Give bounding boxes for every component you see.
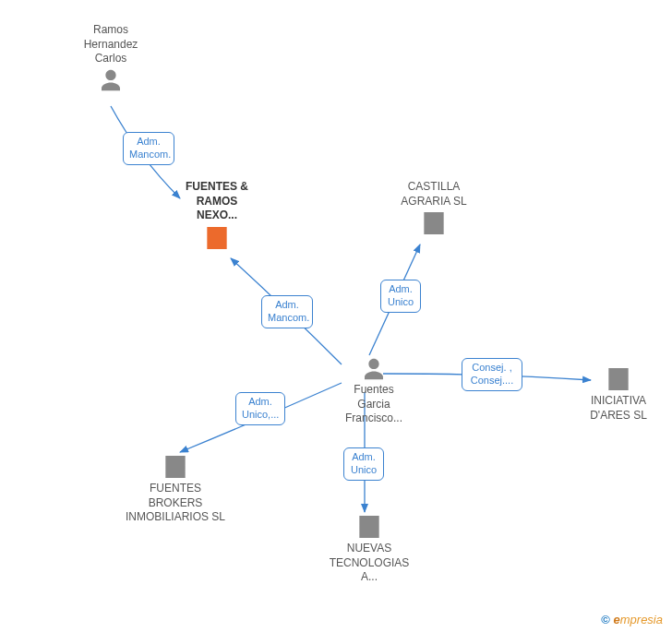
edge-label-adm-mancom-1: Adm. Mancom. <box>123 132 174 165</box>
building-icon <box>202 223 232 253</box>
node-company-fuentes-ramos-nexo[interactable]: FUENTES & RAMOS NEXO... <box>166 180 268 253</box>
node-company-nuevas[interactable]: NUEVAS TECNOLOGIAS A... <box>314 512 425 585</box>
node-company-fuentes-brokers[interactable]: FUENTES BROKERS INMOBILIARIOS SL <box>106 452 245 525</box>
copyright-symbol: © <box>601 613 610 626</box>
brand-name: empresia <box>614 613 663 626</box>
node-label: CASTILLA AGRARIA SL <box>383 180 485 209</box>
person-icon <box>360 355 388 383</box>
node-person-fuentes[interactable]: Fuentes Garcia Francisco... <box>328 355 420 426</box>
node-label: NUEVAS TECNOLOGIAS A... <box>314 542 425 585</box>
node-label: INICIATIVA D'ARES SL <box>572 394 665 423</box>
node-label: FUENTES BROKERS INMOBILIARIOS SL <box>106 482 245 525</box>
node-company-castilla[interactable]: CASTILLA AGRARIA SL <box>383 180 485 238</box>
building-icon <box>161 452 190 482</box>
node-label: FUENTES & RAMOS NEXO... <box>166 180 268 223</box>
edge-label-adm-mancom-2: Adm. Mancom. <box>261 295 313 328</box>
building-icon <box>419 209 449 238</box>
person-icon <box>97 66 125 94</box>
building-icon <box>604 364 633 394</box>
edge-label-consej: Consej. , Consej.... <box>462 358 522 391</box>
edge-label-adm-unico-castilla: Adm. Unico <box>380 280 421 313</box>
node-label: Fuentes Garcia Francisco... <box>328 383 420 426</box>
building-icon <box>354 512 384 542</box>
edge-label-adm-unico-nuevas: Adm. Unico <box>343 447 384 481</box>
edge-label-adm-unico-brokers: Adm. Unico,... <box>235 392 285 425</box>
node-person-ramos[interactable]: Ramos Hernandez Carlos <box>65 23 157 94</box>
node-company-iniciativa[interactable]: INICIATIVA D'ARES SL <box>572 364 665 423</box>
watermark: © empresia <box>601 613 663 626</box>
node-label: Ramos Hernandez Carlos <box>65 23 157 66</box>
